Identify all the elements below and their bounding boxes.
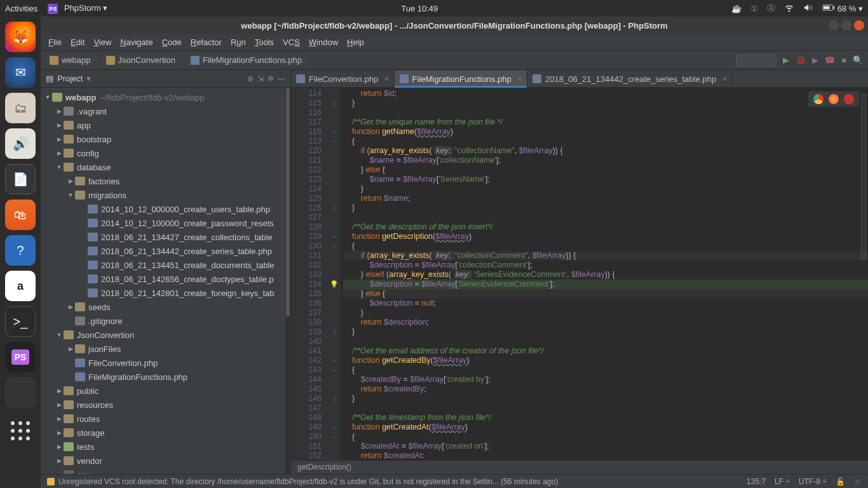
window-titlebar: webapp [~/fldbProject/fldb-v2/webapp] - …	[41, 17, 868, 34]
menu-edit[interactable]: Edit	[71, 37, 85, 47]
run-config-dropdown[interactable]	[736, 54, 776, 67]
status-bar: Unregistered VCS root detected: The dire…	[41, 474, 868, 488]
launcher-rhythmbox[interactable]: 🔊	[5, 128, 36, 159]
launcher-firefox[interactable]: 🦊	[5, 22, 36, 52]
line-ending[interactable]: LF ÷	[775, 477, 790, 486]
breadcrumb: webapp JsonConvertion FileMigrationFunct…	[46, 54, 733, 66]
svg-rect-2	[834, 6, 835, 9]
launcher-apps-grid[interactable]	[5, 416, 36, 446]
breadcrumb-root[interactable]: webapp	[46, 54, 96, 66]
hide-icon[interactable]: —	[278, 74, 285, 83]
launcher-amazon[interactable]: a	[5, 271, 36, 301]
structure-breadcrumb[interactable]: getDescription()	[291, 460, 868, 474]
gnome-panel: Activities PS PhpStorm ▾ Tue 10:49 ☕ ① Ⓐ…	[0, 0, 868, 17]
launcher: 🦊 ✉ 🗂 🔊 📄 🛍 ? a >_ PS	[0, 17, 41, 488]
menu-tools[interactable]: Tools	[255, 37, 274, 47]
svg-rect-1	[824, 6, 830, 9]
launcher-libreoffice[interactable]: 📄	[5, 164, 36, 194]
launcher-software[interactable]: 🛍	[5, 200, 36, 230]
project-tool-toggle[interactable]: ▤	[46, 74, 53, 83]
menu-code[interactable]: Code	[162, 37, 182, 47]
close-icon[interactable]: ×	[518, 75, 522, 83]
launcher-phpstorm[interactable]: PS	[5, 342, 36, 372]
editor-scrollbar[interactable]	[860, 88, 867, 460]
launcher-help[interactable]: ?	[5, 235, 36, 266]
minimize-button[interactable]	[829, 20, 839, 30]
window-title: webapp [~/fldbProject/fldb-v2/webapp] - …	[41, 21, 868, 30]
warning-icon[interactable]	[47, 478, 55, 485]
line-gutter: 1141151161171181191201211221231241251261…	[291, 88, 328, 460]
close-icon[interactable]: ×	[384, 75, 388, 83]
wifi-icon[interactable]	[784, 3, 794, 15]
php-file-icon	[296, 74, 305, 83]
project-scrollbar[interactable]	[285, 88, 290, 474]
opera-icon[interactable]	[844, 94, 854, 104]
php-file-icon	[191, 56, 200, 65]
firefox-icon[interactable]	[829, 94, 839, 104]
inspection-icon[interactable]: ☺	[854, 477, 862, 486]
menu-bar: File Edit View Navigate Code Refactor Ru…	[41, 34, 868, 51]
stop-button-icon[interactable]: ■	[841, 55, 846, 65]
activities-button[interactable]: Activities	[5, 4, 37, 13]
sound-icon[interactable]	[803, 3, 813, 15]
menu-navigate[interactable]: Navigate	[120, 37, 153, 47]
indicator-1-icon[interactable]: ①	[750, 4, 758, 13]
project-tool-title: Project	[57, 74, 83, 83]
encoding[interactable]: UTF-8 ÷	[799, 477, 827, 486]
code-area[interactable]: return $id; } /**Get the unique name fro…	[341, 88, 868, 460]
run-button-icon[interactable]: ▶	[783, 55, 789, 65]
launcher-terminal[interactable]: >_	[5, 306, 36, 337]
folder-icon	[50, 56, 58, 65]
php-file-icon	[532, 74, 541, 83]
launcher-unknown[interactable]	[5, 377, 36, 408]
folder-icon	[106, 56, 115, 65]
status-message[interactable]: Unregistered VCS root detected: The dire…	[58, 477, 558, 486]
browser-icons	[808, 92, 859, 107]
breadcrumb-folder[interactable]: JsonConvertion	[102, 54, 180, 66]
chrome-icon[interactable]	[813, 94, 824, 104]
debug-button-icon[interactable]: 🐞	[796, 55, 806, 65]
code-editor[interactable]: 1141151161171181191201211221231241251261…	[291, 88, 868, 460]
menu-window[interactable]: Window	[309, 37, 338, 47]
tab-filemigration[interactable]: FileMigrationFunctions.php×	[395, 71, 528, 87]
battery-indicator[interactable]: 68 % ▾	[822, 4, 863, 13]
app-menu[interactable]: PS PhpStorm ▾	[48, 3, 107, 14]
listen-button-icon[interactable]: ☎	[825, 55, 835, 65]
caret-position[interactable]: 135:7	[747, 477, 766, 486]
caffeine-icon[interactable]: ☕	[731, 4, 742, 13]
tab-migration-series[interactable]: 2018_06_21_134442_create_series_table.ph…	[527, 71, 732, 87]
maximize-button[interactable]	[841, 20, 851, 30]
menu-vcs[interactable]: VCS	[283, 37, 300, 47]
indicator-a-icon[interactable]: Ⓐ	[767, 3, 775, 14]
phpstorm-icon: PS	[48, 4, 58, 14]
settings-icon[interactable]: ✲	[268, 74, 274, 83]
php-file-icon	[400, 74, 409, 83]
breadcrumb-file[interactable]: FileMigrationFunctions.php	[187, 54, 307, 66]
tab-fileconvertion[interactable]: FileConvertion.php×	[291, 71, 395, 87]
menu-file[interactable]: File	[48, 37, 62, 47]
launcher-files[interactable]: 🗂	[5, 93, 36, 123]
menu-help[interactable]: Help	[347, 37, 364, 47]
launcher-thunderbird[interactable]: ✉	[5, 57, 36, 88]
fold-column[interactable]: ⌋⌐⌐⌋⌐⌐💡⌋⌐⌐⌋⌐⌐	[328, 88, 341, 460]
close-icon[interactable]: ×	[722, 75, 726, 83]
menu-refactor[interactable]: Refactor	[191, 37, 222, 47]
menu-run[interactable]: Run	[231, 37, 246, 47]
editor-tabs: FileConvertion.php× FileMigrationFunctio…	[291, 70, 868, 88]
clock[interactable]: Tue 10:49	[107, 4, 731, 13]
navigation-toolbar: webapp JsonConvertion FileMigrationFunct…	[41, 51, 868, 70]
search-icon[interactable]: 🔍	[853, 55, 863, 65]
project-tree[interactable]: ▼webapp~/fldbProject/fldb-v2/webapp ▶.va…	[41, 88, 290, 474]
coverage-button-icon[interactable]: ▶	[812, 55, 818, 65]
menu-view[interactable]: View	[93, 37, 111, 47]
close-button[interactable]	[854, 20, 864, 30]
lock-icon[interactable]: 🔓	[836, 477, 845, 486]
locate-icon[interactable]: ⊕	[247, 74, 254, 83]
collapse-icon[interactable]: ⇲	[257, 74, 264, 83]
